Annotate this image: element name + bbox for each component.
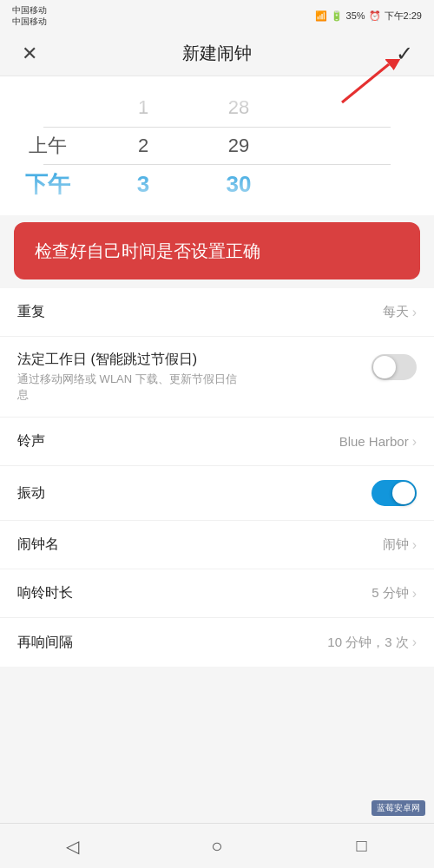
- settings-item-duration[interactable]: 响铃时长 5 分钟 ›: [0, 569, 434, 618]
- duration-chevron: ›: [412, 586, 417, 602]
- confirm-button[interactable]: ✓: [389, 38, 420, 69]
- minute-item-30[interactable]: 30: [191, 165, 286, 203]
- minute-item-28[interactable]: 28: [191, 89, 286, 127]
- hour-column[interactable]: 1 2 3: [95, 89, 191, 203]
- ampm-column[interactable]: 上午 下午: [0, 89, 95, 203]
- back-icon: ◁: [66, 836, 79, 857]
- bottom-nav: ◁ ○ □: [0, 823, 434, 868]
- settings-list: 重复 每天 › 法定工作日 (智能跳过节假日) 通过移动网络或 WLAN 下载、…: [0, 288, 434, 667]
- workday-label: 法定工作日 (智能跳过节假日): [17, 351, 372, 369]
- repeat-chevron: ›: [412, 305, 417, 320]
- top-bar: ✕ 新建闹钟 ✓: [0, 31, 434, 76]
- hour-item-1[interactable]: 1: [95, 89, 191, 127]
- snooze-value: 10 分钟，3 次 ›: [327, 635, 417, 651]
- ampm-item-am[interactable]: 上午: [0, 127, 95, 165]
- settings-item-workday[interactable]: 法定工作日 (智能跳过节假日) 通过移动网络或 WLAN 下载、更新节假日信息: [0, 337, 434, 418]
- hour-item-2[interactable]: 2: [95, 127, 191, 165]
- status-bar: 中国移动 中国移动 📶 🔋 35% ⏰ 下午2:29: [0, 0, 434, 31]
- carrier2: 中国移动: [12, 16, 47, 27]
- ringtone-value: Blue Harbor ›: [339, 434, 417, 450]
- alarmname-chevron: ›: [412, 537, 417, 553]
- picker-columns: 上午 下午 1 2 3 28 29 30: [0, 89, 434, 203]
- recents-icon: □: [357, 836, 367, 856]
- settings-item-vibrate[interactable]: 振动: [0, 466, 434, 521]
- home-icon: ○: [211, 835, 222, 858]
- snooze-chevron: ›: [412, 635, 417, 650]
- ringtone-label: 铃声: [17, 432, 329, 450]
- settings-item-ringtone[interactable]: 铃声 Blue Harbor ›: [0, 418, 434, 466]
- workday-toggle[interactable]: [372, 354, 417, 380]
- watermark: 蓝莓安卓网: [372, 800, 425, 816]
- settings-item-repeat[interactable]: 重复 每天 ›: [0, 288, 434, 337]
- battery-icon: 🔋: [331, 10, 343, 22]
- back-button[interactable]: ◁: [50, 829, 94, 864]
- repeat-value: 每天 ›: [383, 304, 417, 320]
- clock-icon: ⏰: [369, 10, 381, 22]
- recents-button[interactable]: □: [340, 829, 384, 864]
- workday-toggle-knob: [373, 356, 396, 378]
- time-picker[interactable]: 上午 下午 1 2 3 28 29 30: [0, 76, 434, 215]
- vibrate-toggle-knob: [392, 482, 415, 504]
- status-icons: 📶 🔋 35% ⏰ 下午2:29: [315, 10, 422, 23]
- ringtone-chevron: ›: [412, 434, 417, 450]
- minute-item-29[interactable]: 29: [191, 127, 286, 165]
- ampm-item-empty: [0, 89, 95, 127]
- hour-item-3[interactable]: 3: [95, 165, 191, 203]
- duration-label: 响铃时长: [17, 584, 361, 602]
- page-title: 新建闹钟: [182, 42, 252, 65]
- warning-banner: 检查好自己时间是否设置正确: [14, 222, 420, 279]
- workday-sublabel: 通过移动网络或 WLAN 下载、更新节假日信息: [17, 372, 372, 403]
- carrier1: 中国移动: [12, 4, 47, 16]
- alarmname-value: 闹钟 ›: [383, 536, 417, 553]
- signal-icon: 📶: [315, 10, 327, 22]
- duration-value: 5 分钟 ›: [372, 585, 417, 602]
- minute-column[interactable]: 28 29 30: [191, 89, 286, 203]
- vibrate-label: 振动: [17, 484, 372, 503]
- settings-item-alarmname[interactable]: 闹钟名 闹钟 ›: [0, 521, 434, 569]
- repeat-label: 重复: [17, 303, 372, 321]
- snooze-label: 再响间隔: [17, 634, 317, 652]
- carrier-info: 中国移动 中国移动: [12, 4, 47, 27]
- vibrate-toggle[interactable]: [372, 480, 417, 506]
- battery-level: 35%: [346, 10, 365, 21]
- ampm-item-pm[interactable]: 下午: [0, 165, 95, 203]
- home-button[interactable]: ○: [195, 829, 239, 864]
- close-button[interactable]: ✕: [14, 38, 45, 69]
- alarmname-label: 闹钟名: [17, 536, 372, 554]
- settings-item-snooze[interactable]: 再响间隔 10 分钟，3 次 ›: [0, 618, 434, 667]
- time-display: 下午2:29: [385, 10, 422, 23]
